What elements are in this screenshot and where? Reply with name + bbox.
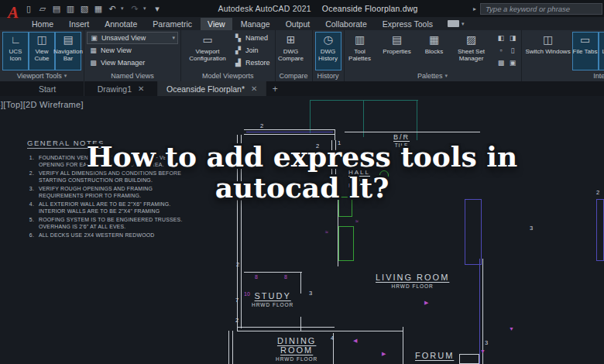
palette-small-icon[interactable]: ▩	[496, 57, 507, 69]
file-tab-label: Start	[39, 84, 56, 94]
palette-small-icon[interactable]: ◨	[507, 32, 519, 44]
view-manager-button[interactable]: ▩View Manager	[87, 57, 178, 69]
new-file-icon[interactable]: ▯	[23, 4, 34, 14]
tab-insert[interactable]: Insert	[62, 18, 96, 30]
ribbon-panel-viewport-tools: ∟UCS Icon◫View Cube▤Navigation BarViewpo…	[0, 30, 84, 81]
switch-windows-icon: ◫	[543, 34, 553, 49]
blocks-button[interactable]: ▦Blocks	[421, 32, 448, 70]
plan-marker: 10	[244, 291, 250, 297]
room-label-dining-room: DINING ROOMHRWD FLOOR	[276, 336, 317, 362]
ribbon-panel-body: ∟UCS Icon◫View Cube▤Navigation Bar	[2, 32, 81, 70]
search-area: ▸ Type a keyword or phrase	[473, 3, 604, 15]
plot-icon[interactable]: ▦	[93, 4, 104, 14]
tab-output[interactable]: Output	[279, 18, 317, 30]
ribbon-panel-label[interactable]: History	[315, 70, 341, 81]
tab-manage[interactable]: Manage	[234, 18, 277, 30]
plan-marker: ▶	[424, 300, 428, 306]
overlay-headline-line2: autocad lt?	[0, 173, 604, 204]
tab-collaborate[interactable]: Collaborate	[318, 18, 374, 30]
join-button[interactable]: ▞Join	[232, 44, 273, 57]
viewport-configuration-button[interactable]: ▭Viewport Configuration	[184, 32, 232, 70]
ribbon-panel-label[interactable]: Model Viewports	[184, 70, 273, 81]
properties-button[interactable]: ▤Properties	[373, 32, 421, 70]
ribbon-panel-body: ⊞DWG Compare	[278, 32, 310, 70]
tab-home[interactable]: Home	[25, 18, 60, 30]
ribbon-tab-extra[interactable]: ▾	[448, 20, 465, 27]
wall-number: 2	[236, 261, 239, 268]
chevron-down-icon[interactable]: ▾	[64, 73, 67, 79]
close-icon[interactable]: ✕	[138, 84, 144, 93]
wall-number: 3	[530, 225, 533, 232]
close-icon[interactable]: ✕	[251, 84, 257, 93]
button-label: UCS Icon	[3, 49, 28, 63]
drawing-canvas[interactable]: -][Top][2D Wireframe] GENERAL NOTES 1.FO…	[0, 96, 604, 364]
tab-annotate[interactable]: Annotate	[98, 18, 144, 30]
button-label: Named	[245, 34, 268, 42]
ucs-icon-button[interactable]: ∟UCS Icon	[2, 32, 29, 70]
file-tabs-button[interactable]: ▭File Tabs	[572, 32, 599, 70]
open-folder-icon[interactable]: ▱	[37, 4, 48, 14]
ribbon-panel-history: ◷DWG HistoryHistory	[313, 30, 345, 81]
plan-marker: ≈	[325, 229, 328, 235]
button-label: View Cube	[29, 49, 54, 63]
chevron-down-icon[interactable]: ▾	[172, 35, 175, 41]
panel-footer-label: Model Viewports	[202, 72, 253, 80]
search-collapse-icon[interactable]: ▸	[473, 5, 476, 12]
ribbon-panel-label[interactable]: Palettes▾	[347, 70, 519, 81]
tool-palettes-button[interactable]: ▥Tool Palettes	[347, 32, 373, 70]
overlay-headline: How to add express tools in autocad lt?	[0, 142, 604, 203]
ribbon-panel-label[interactable]: Named Views	[87, 70, 178, 81]
tab-express-tools[interactable]: Express Tools	[376, 18, 440, 30]
navigation-bar-button[interactable]: ▤Navigation Bar	[55, 32, 81, 70]
ribbon-panel-label[interactable]: Interface	[524, 70, 604, 81]
overlay-headline-line1: How to add express tools in	[0, 142, 604, 173]
redo-icon[interactable]: ↷	[129, 4, 140, 14]
wall-number: 7	[235, 297, 239, 304]
export-icon[interactable]: ▧	[79, 4, 90, 14]
file-tab-oceanside-floorplan[interactable]: Oceanside Floorplan*✕	[158, 81, 266, 96]
button-label: Properties	[383, 49, 410, 56]
chevron-down-icon[interactable]: ▾	[462, 21, 465, 27]
palette-small-icon[interactable]: ◧	[496, 32, 507, 44]
switch-windows-button[interactable]: ◫Switch Windows	[524, 32, 572, 70]
search-input[interactable]: Type a keyword or phrase	[480, 3, 602, 15]
app-title: Autodesk AutoCAD 2021	[218, 4, 311, 13]
file-tab-drawing1[interactable]: Drawing1✕	[84, 81, 158, 96]
plan-marker: ▼	[509, 326, 514, 331]
dwg-compare-button[interactable]: ⊞DWG Compare	[278, 32, 304, 70]
room-label-study: STUDYHRWD FLOOR	[252, 291, 293, 307]
featured-apps-icon[interactable]	[448, 20, 459, 27]
view-cube-button[interactable]: ◫View Cube	[29, 32, 55, 70]
restore-button[interactable]: ▟Restore	[232, 57, 273, 69]
room-label-living-room: LIVING ROOMHRWD FLOOR	[376, 273, 449, 289]
palette-small-icon[interactable]: ▫	[496, 44, 507, 57]
tab-view[interactable]: View	[201, 18, 232, 30]
new-view-button[interactable]: ▦New View	[87, 44, 178, 57]
layout-tabs-button[interactable]: ▯Layout Tabs	[599, 32, 604, 70]
file-tab-start[interactable]: Start	[11, 81, 84, 96]
chevron-down-icon[interactable]: ▾	[143, 5, 149, 12]
palette-small-icon[interactable]: ▣	[507, 57, 519, 69]
palette-small-icon[interactable]: ▯	[507, 44, 519, 57]
room-name: STUDY	[252, 291, 293, 300]
ribbon: ∟UCS Icon◫View Cube▤Navigation BarViewpo…	[0, 30, 604, 81]
sheet-set-manager-button[interactable]: ▨Sheet Set Manager	[448, 32, 496, 70]
unsaved-view-button[interactable]: ▣Unsaved View▾	[87, 32, 178, 44]
dwg-history-button[interactable]: ◷DWG History	[315, 32, 341, 70]
tab-parametric[interactable]: Parametric	[146, 18, 199, 30]
viewport-configuration-icon: ▭	[202, 34, 212, 49]
ribbon-panel-interface: ◫Switch Windows▭File Tabs▯Layout Tabs▬Ti…	[522, 30, 604, 81]
undo-icon[interactable]: ↶	[107, 4, 118, 14]
chevron-down-icon[interactable]: ▾	[121, 5, 126, 12]
ribbon-panel-label[interactable]: Viewport Tools▾	[2, 70, 81, 81]
wall-number: 2	[260, 122, 263, 129]
new-drawing-tab-button[interactable]: +	[266, 81, 283, 96]
save-icon[interactable]: ▤	[51, 4, 62, 14]
ribbon-panel-label[interactable]: Compare	[278, 70, 310, 81]
named-button[interactable]: ▚Named	[232, 32, 273, 44]
qat-customize-icon[interactable]: ▾	[152, 4, 163, 14]
chevron-down-icon[interactable]: ▾	[445, 73, 448, 79]
save-as-icon[interactable]: ▥	[65, 4, 76, 14]
panel-footer-label: Compare	[280, 72, 308, 80]
ribbon-panel-model-viewports: ▭Viewport Configuration▚Named▞Join▟Resto…	[181, 30, 276, 81]
